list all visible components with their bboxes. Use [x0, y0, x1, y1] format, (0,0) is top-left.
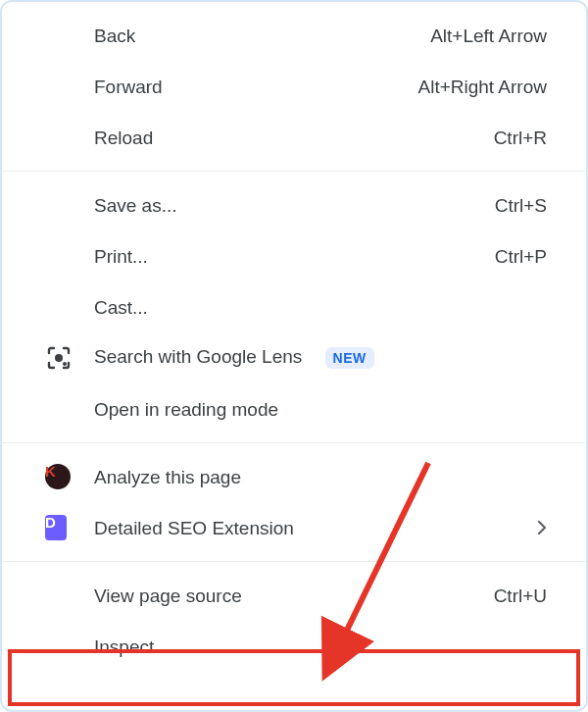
menu-item-shortcut: Alt+Left Arrow: [430, 26, 547, 45]
menu-item-label: Print...: [94, 247, 495, 266]
menu-forward[interactable]: Forward Alt+Right Arrow: [2, 61, 586, 112]
menu-reading-mode[interactable]: Open in reading mode: [2, 383, 586, 434]
menu-item-label: View page source: [94, 586, 494, 605]
menu-print[interactable]: Print... Ctrl+P: [2, 230, 586, 281]
menu-item-label: Analyze this page: [94, 468, 547, 486]
menu-item-shortcut: Ctrl+R: [494, 128, 547, 147]
menu-save-as[interactable]: Save as... Ctrl+S: [2, 179, 586, 230]
d-extension-icon: D: [16, 515, 94, 540]
menu-analyze-page[interactable]: K Analyze this page: [2, 451, 586, 502]
menu-back[interactable]: Back Alt+Left Arrow: [2, 10, 586, 61]
k-extension-icon: K: [16, 464, 94, 489]
new-badge: NEW: [325, 347, 374, 369]
context-menu: Back Alt+Left Arrow Forward Alt+Right Ar…: [0, 0, 588, 712]
menu-inspect[interactable]: Inspect: [2, 621, 586, 672]
menu-item-shortcut: Ctrl+U: [494, 586, 547, 605]
menu-item-shortcut: Ctrl+P: [495, 247, 547, 266]
menu-item-label: Reload: [94, 128, 494, 147]
google-lens-icon: [16, 344, 94, 372]
menu-reload[interactable]: Reload Ctrl+R: [2, 112, 586, 163]
menu-item-shortcut: Ctrl+S: [495, 196, 547, 215]
svg-point-0: [55, 354, 63, 362]
menu-item-label: Forward: [94, 77, 418, 96]
menu-item-label: Search with Google Lens NEW: [94, 347, 547, 369]
navigation-group: Back Alt+Left Arrow Forward Alt+Right Ar…: [2, 2, 586, 171]
menu-item-shortcut: Alt+Right Arrow: [418, 77, 547, 96]
menu-item-label: Inspect: [94, 637, 547, 656]
menu-cast[interactable]: Cast...: [2, 281, 586, 332]
extensions-group: K Analyze this page D Detailed SEO Exten…: [2, 443, 586, 561]
menu-item-label: Detailed SEO Extension: [94, 519, 537, 537]
menu-item-label: Open in reading mode: [94, 400, 547, 419]
menu-item-label: Back: [94, 26, 430, 45]
svg-point-1: [63, 362, 67, 366]
menu-google-lens[interactable]: Search with Google Lens NEW: [2, 332, 586, 383]
dev-group: View page source Ctrl+U Inspect: [2, 562, 586, 680]
menu-item-text: Search with Google Lens: [94, 346, 302, 367]
chevron-right-icon: [537, 520, 547, 535]
menu-detailed-seo[interactable]: D Detailed SEO Extension: [2, 502, 586, 553]
menu-item-label: Save as...: [94, 196, 495, 215]
page-actions-group: Save as... Ctrl+S Print... Ctrl+P Cast..…: [2, 172, 586, 442]
menu-item-label: Cast...: [94, 298, 547, 317]
menu-view-source[interactable]: View page source Ctrl+U: [2, 570, 586, 621]
